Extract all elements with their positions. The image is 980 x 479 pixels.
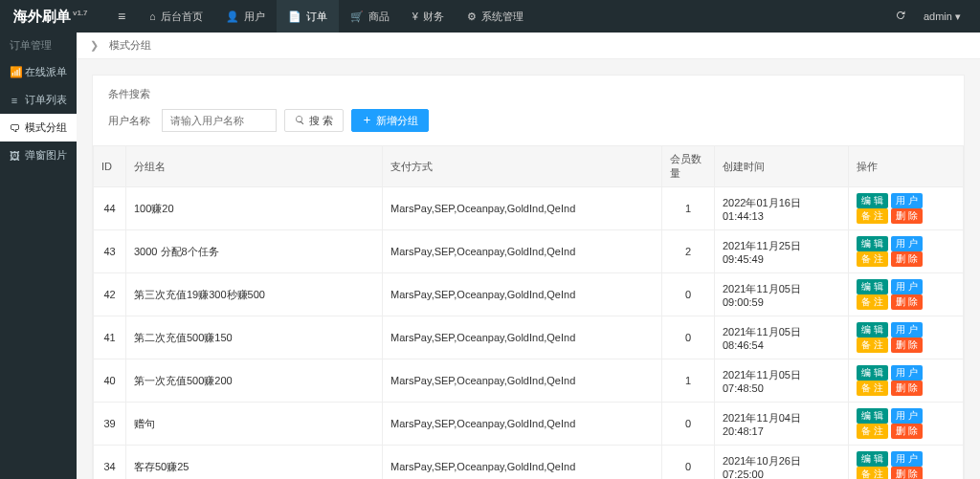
sidebar-item[interactable]: 🖼弹窗图片 <box>0 142 77 169</box>
main: ❯ 模式分组 条件搜索 用户名称 搜 索 新增分组 <box>77 33 980 479</box>
cell-time: 2021年10月26日 07:25:00 <box>715 446 849 480</box>
user-button[interactable]: 用 户 <box>891 193 923 208</box>
search-button-label: 搜 索 <box>309 114 333 128</box>
cell-name: 第三次充值19赚300秒赚500 <box>126 273 383 316</box>
top-tab[interactable]: ¥财务 <box>401 0 456 33</box>
user-button[interactable]: 用 户 <box>891 322 923 337</box>
delete-button[interactable]: 删 除 <box>891 251 923 267</box>
cell-id: 43 <box>94 230 126 273</box>
col-header-ops: 操作 <box>849 146 964 187</box>
sidebar-item[interactable]: ≡订单列表 <box>0 86 77 114</box>
col-header-count: 会员数量 <box>662 146 715 187</box>
cell-paytype: MarsPay,SEP,Oceanpay,GoldInd,QeInd <box>383 316 662 359</box>
search-icon <box>295 115 305 127</box>
delete-button[interactable]: 删 除 <box>891 208 923 224</box>
top-tab[interactable]: 👤用户 <box>214 0 277 33</box>
tab-label: 系统管理 <box>481 10 523 24</box>
sidebar-item[interactable]: 📶在线派单 <box>0 58 77 86</box>
new-group-button[interactable]: 新增分组 <box>351 109 429 132</box>
cell-time: 2021年11月05日 08:46:54 <box>715 316 849 359</box>
sidebar-toggle-icon[interactable]: ≡ <box>105 9 138 24</box>
remark-button[interactable]: 备 注 <box>857 251 888 267</box>
tab-label: 用户 <box>244 10 265 24</box>
user-button[interactable]: 用 户 <box>891 365 923 381</box>
table-row: 40第一次充值500赚200MarsPay,SEP,Oceanpay,GoldI… <box>94 359 964 403</box>
chevron-down-icon: ▾ <box>955 11 961 22</box>
user-button[interactable]: 用 户 <box>891 236 923 251</box>
sidebar-group-label: 订单管理 <box>0 33 77 58</box>
table-header-row: ID 分组名 支付方式 会员数量 创建时间 操作 <box>94 146 964 187</box>
cell-name: 客存50赚25 <box>126 446 383 480</box>
remark-button[interactable]: 备 注 <box>857 424 888 439</box>
cell-name: 第二次充值500赚150 <box>126 316 383 359</box>
delete-button[interactable]: 删 除 <box>891 381 923 396</box>
edit-button[interactable]: 编 辑 <box>857 236 888 251</box>
top-tab[interactable]: 🛒商品 <box>339 0 401 33</box>
delete-button[interactable]: 删 除 <box>891 424 923 439</box>
edit-button[interactable]: 编 辑 <box>857 451 888 467</box>
cell-id: 41 <box>94 316 126 359</box>
cell-name: 3000 分配8个任务 <box>126 230 383 273</box>
admin-menu[interactable]: admin ▾ <box>924 11 961 23</box>
col-header-paytype: 支付方式 <box>383 146 662 187</box>
cell-ops: 编 辑 用 户 备 注 删 除 <box>849 230 964 273</box>
top-header: 海外刷单v1.7 ≡ ⌂后台首页👤用户📄订单🛒商品¥财务⚙系统管理 admin … <box>0 0 980 33</box>
search-input[interactable] <box>162 109 277 132</box>
cell-ops: 编 辑 用 户 备 注 删 除 <box>849 359 964 403</box>
table-row: 39赠句MarsPay,SEP,Oceanpay,GoldInd,QeInd02… <box>94 403 964 446</box>
remark-button[interactable]: 备 注 <box>857 337 888 353</box>
cell-name: 赠句 <box>126 403 383 446</box>
cell-count: 0 <box>662 446 715 480</box>
top-tab[interactable]: ⚙系统管理 <box>456 0 535 33</box>
cell-ops: 编 辑 用 户 备 注 删 除 <box>849 273 964 316</box>
top-tabs: ⌂后台首页👤用户📄订单🛒商品¥财务⚙系统管理 <box>138 0 535 33</box>
tab-label: 财务 <box>423 10 444 24</box>
sidebar-item[interactable]: 🗨模式分组 <box>0 114 77 142</box>
brand: 海外刷单v1.7 <box>0 8 105 26</box>
tab-icon: ¥ <box>412 11 418 22</box>
table-row: 44100赚20MarsPay,SEP,Oceanpay,GoldInd,QeI… <box>94 187 964 230</box>
cell-id: 39 <box>94 403 126 446</box>
user-button[interactable]: 用 户 <box>891 408 923 424</box>
cell-id: 42 <box>94 273 126 316</box>
top-tab[interactable]: ⌂后台首页 <box>138 0 214 33</box>
cell-time: 2021年11月04日 20:48:17 <box>715 403 849 446</box>
tab-label: 后台首页 <box>161 10 203 24</box>
breadcrumb: ❯ 模式分组 <box>77 33 980 59</box>
search-panel-title: 条件搜索 <box>108 87 948 101</box>
sidebar-item-icon: ≡ <box>10 95 19 106</box>
user-button[interactable]: 用 户 <box>891 451 923 467</box>
delete-button[interactable]: 删 除 <box>891 294 923 310</box>
delete-button[interactable]: 删 除 <box>891 467 923 479</box>
cell-count: 1 <box>662 187 715 230</box>
cell-time: 2021年11月05日 09:00:59 <box>715 273 849 316</box>
cell-paytype: MarsPay,SEP,Oceanpay,GoldInd,QeInd <box>383 273 662 316</box>
brand-version: v1.7 <box>73 9 88 17</box>
cell-name: 第一次充值500赚200 <box>126 359 383 403</box>
cell-id: 44 <box>94 187 126 230</box>
search-button[interactable]: 搜 索 <box>284 109 344 132</box>
cell-ops: 编 辑 用 户 备 注 删 除 <box>849 316 964 359</box>
cell-time: 2022年01月16日 01:44:13 <box>715 187 849 230</box>
table-row: 42第三次充值19赚300秒赚500MarsPay,SEP,Oceanpay,G… <box>94 273 964 316</box>
edit-button[interactable]: 编 辑 <box>857 322 888 337</box>
cell-ops: 编 辑 用 户 备 注 删 除 <box>849 403 964 446</box>
admin-name: admin <box>924 11 952 22</box>
cell-paytype: MarsPay,SEP,Oceanpay,GoldInd,QeInd <box>383 403 662 446</box>
remark-button[interactable]: 备 注 <box>857 294 888 310</box>
remark-button[interactable]: 备 注 <box>857 381 888 396</box>
edit-button[interactable]: 编 辑 <box>857 365 888 381</box>
remark-button[interactable]: 备 注 <box>857 467 888 479</box>
edit-button[interactable]: 编 辑 <box>857 279 888 294</box>
new-group-label: 新增分组 <box>376 114 418 128</box>
remark-button[interactable]: 备 注 <box>857 208 888 224</box>
edit-button[interactable]: 编 辑 <box>857 408 888 424</box>
content: 条件搜索 用户名称 搜 索 新增分组 I <box>77 59 980 479</box>
tab-label: 订单 <box>306 10 327 24</box>
refresh-icon[interactable] <box>895 10 906 24</box>
edit-button[interactable]: 编 辑 <box>857 193 888 208</box>
user-button[interactable]: 用 户 <box>891 279 923 294</box>
delete-button[interactable]: 删 除 <box>891 337 923 353</box>
sidebar-item-icon: 🗨 <box>10 122 19 134</box>
top-tab[interactable]: 📄订单 <box>277 0 339 33</box>
